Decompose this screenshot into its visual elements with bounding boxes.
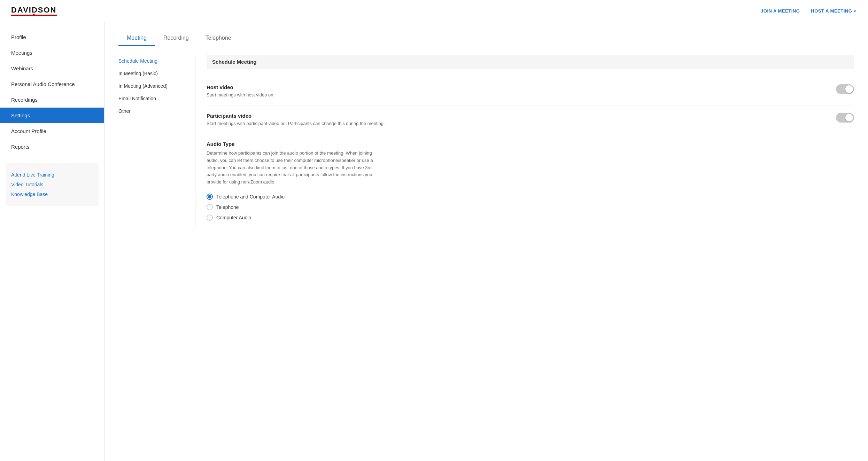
header: DAVIDSON JOIN A MEETING HOST A MEETING (0, 0, 868, 22)
sidebar-item-profile[interactable]: Profile (0, 29, 104, 45)
sidebar-resources: Attend Live TrainingVideo TutorialsKnowl… (6, 163, 99, 206)
sidebar-item-account-profile[interactable]: Account Profile (0, 123, 104, 139)
resource-link-video-tutorials[interactable]: Video Tutorials (11, 180, 93, 189)
host-video-info: Host video Start meetings with host vide… (207, 84, 836, 99)
header-nav: JOIN A MEETING HOST A MEETING (761, 8, 857, 14)
settings-nav-in-meeting-basic[interactable]: In Meeting (Basic) (118, 67, 188, 80)
sidebar-item-reports[interactable]: Reports (0, 139, 104, 155)
participants-video-row: Participants video Start meetings with p… (207, 106, 854, 134)
host-video-toggle-thumb (845, 85, 853, 93)
host-video-desc: Start meetings with host video on (207, 92, 822, 99)
logo-bar (11, 15, 57, 16)
settings-nav-schedule-meeting[interactable]: Schedule Meeting (118, 55, 188, 67)
tab-telephone[interactable]: Telephone (197, 31, 240, 46)
tab-recording[interactable]: Recording (155, 31, 197, 46)
radio-option-telephone[interactable]: Telephone (207, 202, 854, 212)
sidebar-item-settings[interactable]: Settings (0, 108, 104, 123)
host-video-row: Host video Start meetings with host vide… (207, 77, 854, 106)
tabs-container: MeetingRecordingTelephone (118, 31, 854, 46)
sidebar-item-recordings[interactable]: Recordings (0, 92, 104, 108)
section-header: Schedule Meeting (207, 55, 854, 69)
sidebar-item-personal-audio-conference[interactable]: Personal Audio Conference (0, 76, 104, 92)
resource-link-knowledge-base[interactable]: Knowledge Base (11, 189, 93, 199)
radio-circle-computer-audio (207, 214, 213, 221)
sidebar-item-meetings[interactable]: Meetings (0, 45, 104, 61)
radio-option-computer-audio[interactable]: Computer Audio (207, 212, 854, 223)
page-layout: ProfileMeetingsWebinarsPersonal Audio Co… (0, 22, 868, 461)
logo: DAVIDSON (11, 6, 57, 16)
sidebar-item-webinars[interactable]: Webinars (0, 61, 104, 76)
settings-nav-email-notification[interactable]: Email Notification (118, 92, 188, 105)
radio-circle-telephone-and-computer (207, 194, 213, 200)
join-meeting-link[interactable]: JOIN A MEETING (761, 8, 800, 14)
host-video-title: Host video (207, 84, 822, 90)
host-video-toggle[interactable] (836, 84, 854, 94)
participants-video-desc: Start meetings with participant video on… (207, 120, 822, 127)
settings-content: Schedule Meeting Host video Start meetin… (195, 55, 854, 230)
sidebar: ProfileMeetingsWebinarsPersonal Audio Co… (0, 22, 104, 461)
participants-video-toggle-thumb (845, 114, 853, 122)
tab-meeting[interactable]: Meeting (118, 31, 155, 46)
settings-nav: Schedule MeetingIn Meeting (Basic)In Mee… (118, 55, 195, 230)
audio-type-desc: Determine how participants can join the … (207, 150, 374, 186)
audio-type-title: Audio Type (207, 141, 854, 147)
audio-type-section: Audio Type Determine how participants ca… (207, 134, 854, 230)
radio-label-computer-audio: Computer Audio (216, 215, 251, 220)
audio-type-options: Telephone and Computer AudioTelephoneCom… (207, 192, 854, 223)
host-meeting-link[interactable]: HOST A MEETING (811, 8, 857, 14)
main-content: MeetingRecordingTelephone Schedule Meeti… (104, 22, 868, 461)
settings-nav-other[interactable]: Other (118, 105, 188, 117)
participants-video-info: Participants video Start meetings with p… (207, 113, 836, 127)
radio-label-telephone-and-computer: Telephone and Computer Audio (216, 194, 285, 200)
resource-link-attend-live-training[interactable]: Attend Live Training (11, 170, 93, 180)
radio-label-telephone: Telephone (216, 204, 239, 210)
participants-video-title: Participants video (207, 113, 822, 119)
participants-video-toggle[interactable] (836, 113, 854, 123)
settings-layout: Schedule MeetingIn Meeting (Basic)In Mee… (118, 55, 854, 230)
settings-nav-in-meeting-advanced[interactable]: In Meeting (Advanced) (118, 80, 188, 92)
radio-option-telephone-and-computer[interactable]: Telephone and Computer Audio (207, 192, 854, 202)
radio-circle-telephone (207, 204, 213, 210)
